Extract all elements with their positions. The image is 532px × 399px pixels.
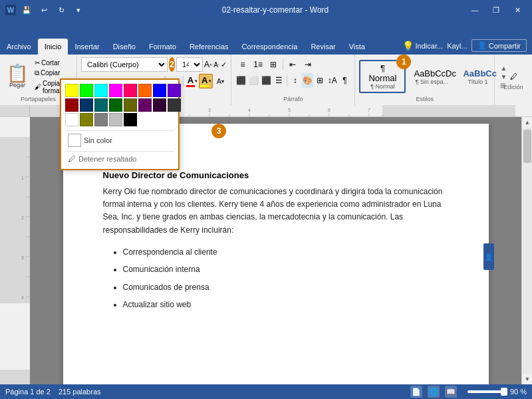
color-darkyellow[interactable]	[80, 113, 93, 126]
badge-2: 2	[169, 57, 175, 72]
zoom-fill	[467, 390, 503, 393]
no-color-button[interactable]: Sin color	[65, 130, 174, 148]
paste-button[interactable]: 📋 Pegar	[4, 63, 31, 90]
cut-button[interactable]: ✂Cortar	[33, 59, 72, 67]
customize-quick-access[interactable]: ▾	[72, 3, 85, 17]
scroll-up-button[interactable]: ▲	[522, 117, 532, 128]
color-olive[interactable]	[124, 98, 137, 112]
color-black[interactable]	[124, 113, 137, 126]
line-spacing-button[interactable]: ↕	[289, 73, 301, 88]
numbering-button[interactable]: 1≡	[251, 57, 265, 72]
color-purple[interactable]	[138, 98, 152, 112]
close-button[interactable]: ✕	[508, 0, 527, 20]
redo-button[interactable]: ↻	[55, 3, 68, 17]
color-verydarkgray[interactable]	[168, 98, 181, 112]
tab-revisar[interactable]: Revisar	[304, 39, 342, 55]
color-blue[interactable]	[153, 84, 166, 97]
color-silver[interactable]	[109, 113, 122, 126]
decrease-indent-button[interactable]: ⇤	[285, 57, 300, 72]
color-yellow[interactable]	[65, 84, 78, 97]
color-gray[interactable]	[94, 113, 108, 126]
share-button[interactable]: 👤 Compartir	[471, 39, 527, 52]
doc-list: Correspondencia al cliente Comunicación …	[123, 243, 449, 314]
color-darkred[interactable]	[65, 98, 78, 112]
color-darkgreen[interactable]	[109, 98, 122, 112]
text-color-button[interactable]: A▾	[213, 74, 227, 88]
tab-insertar[interactable]: Insertar	[68, 39, 106, 55]
color-pink[interactable]	[124, 84, 137, 97]
edicion-button[interactable]: 🖊	[500, 69, 527, 84]
styles-group-label: Estilos	[359, 96, 490, 102]
borders-button[interactable]: ⊞	[314, 73, 326, 88]
color-magenta[interactable]	[109, 84, 122, 97]
user-presence-indicator: 👤	[483, 243, 494, 270]
tab-inicio[interactable]: Inicio	[38, 39, 68, 55]
tab-referencias[interactable]: Referencias	[183, 39, 235, 55]
tab-formato[interactable]: Formato	[142, 39, 183, 55]
font-name-select[interactable]: Calibri (Cuerpo)	[81, 57, 168, 72]
status-right: 📄 🌐 📖 90 %	[410, 386, 527, 398]
minimize-button[interactable]: —	[466, 0, 484, 20]
zoom-thumb[interactable]	[501, 388, 507, 396]
show-marks-button[interactable]: ¶	[339, 73, 351, 88]
shading-button[interactable]: 🎨	[302, 73, 314, 88]
tab-vista[interactable]: Vista	[342, 39, 372, 55]
para-row2: ⬛ ⬜ ⬛ ☰ ↕ 🎨 ⊞ ↕A ¶	[235, 73, 350, 88]
decrease-font-button[interactable]: A-	[213, 57, 219, 72]
view-read-button[interactable]: 📖	[445, 386, 457, 398]
scroll-thumb[interactable]	[523, 130, 531, 163]
tab-diseno[interactable]: Diseño	[106, 39, 142, 55]
color-maroon[interactable]	[153, 98, 166, 112]
justify-button[interactable]: ☰	[273, 73, 285, 88]
tab-correspondencia[interactable]: Correspondencia	[235, 39, 305, 55]
account-button[interactable]: Kayl...	[447, 42, 467, 50]
color-empty1	[138, 113, 152, 126]
sep-para	[283, 59, 283, 70]
color-cyan[interactable]	[94, 84, 108, 97]
increase-font-button[interactable]: A+	[204, 57, 212, 72]
sort-button[interactable]: ↕A	[327, 73, 338, 88]
view-web-button[interactable]: 🌐	[428, 386, 440, 398]
styles-group: ¶ Normal ¶ Normal 1 AaBbCcDc ¶ Sin espa.…	[355, 55, 495, 105]
style-titulo[interactable]: AaBbCc Título 1	[458, 66, 497, 87]
increase-indent-button[interactable]: ⇥	[301, 57, 315, 72]
align-right-button[interactable]: ⬛	[261, 73, 273, 88]
align-center-button[interactable]: ⬜	[248, 73, 260, 88]
font-size-select[interactable]: 14	[176, 57, 203, 72]
view-print-button[interactable]: 📄	[410, 386, 422, 398]
multilevel-list-button[interactable]: ⊞	[266, 57, 281, 72]
color-green[interactable]	[80, 84, 93, 97]
bullets-button[interactable]: ≡	[235, 57, 250, 72]
para-row1: ≡ 1≡ ⊞ ⇤ ⇥	[235, 57, 350, 72]
align-left-button[interactable]: ⬛	[235, 73, 247, 88]
font-color-button[interactable]: A ▾	[186, 74, 198, 88]
color-violet[interactable]	[168, 84, 181, 97]
status-bar: Página 1 de 2 215 palabras 📄 🌐 📖 90 %	[0, 384, 532, 399]
style-sinespac[interactable]: AaBbCcDc ¶ Sin espa...	[408, 66, 455, 87]
clear-format-button[interactable]: ✓	[221, 57, 227, 72]
svg-rect-26	[0, 117, 30, 137]
svg-rect-2	[382, 105, 515, 116]
save-button[interactable]: 💾	[20, 3, 33, 17]
zoom-slider[interactable]	[467, 390, 507, 393]
color-teal[interactable]	[94, 98, 108, 112]
undo-button[interactable]: ↩	[37, 3, 51, 17]
color-white[interactable]	[65, 113, 78, 126]
paragraph-group-label: Párrafo	[235, 96, 350, 102]
color-darkblue[interactable]	[80, 98, 93, 112]
window-title: 02-resaltar-y-comentar - Word	[85, 5, 466, 15]
scroll-down-button[interactable]: ▼	[522, 374, 532, 384]
indicate-button[interactable]: 💡 Indicar...	[402, 41, 444, 51]
doc-body: Kerry Oki fue nombrado director de comun…	[103, 186, 449, 237]
svg-text:5: 5	[288, 108, 291, 112]
color-orange[interactable]	[138, 84, 152, 97]
separator2	[183, 76, 184, 86]
tab-archivo[interactable]: Archivo	[0, 39, 38, 55]
style-normal[interactable]: ¶ Normal ¶ Normal 1	[359, 60, 406, 93]
copy-button[interactable]: ⧉Copiar	[33, 68, 72, 78]
scroll-track[interactable]	[522, 128, 532, 374]
restore-button[interactable]: ❐	[487, 0, 505, 20]
highlight-color-button[interactable]: A ▾	[199, 74, 213, 88]
list-item: Correspondencia al cliente	[123, 243, 449, 261]
stop-highlight-button[interactable]: 🖊 Detener resaltado	[65, 151, 174, 165]
